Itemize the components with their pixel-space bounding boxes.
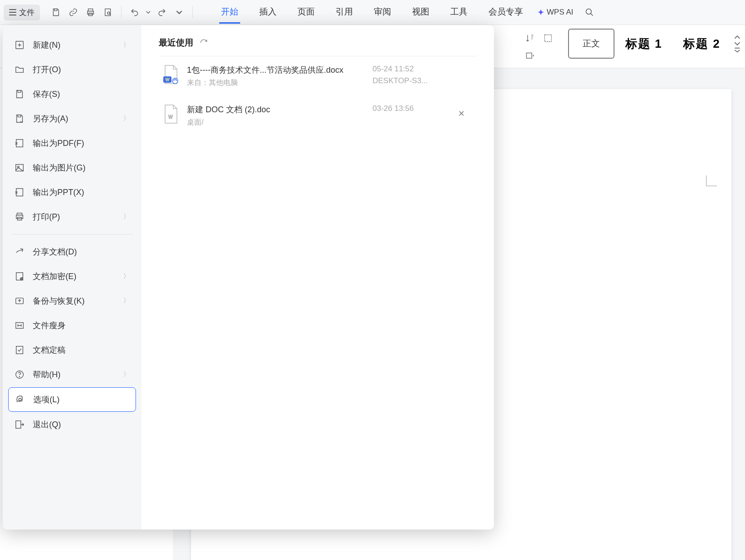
file-menu-item-label: 新建(N) [33, 40, 60, 50]
style-heading-2[interactable]: 标题 2 [673, 31, 730, 56]
svg-rect-6 [545, 35, 552, 42]
close-icon[interactable]: ✕ [458, 109, 465, 119]
svg-rect-21 [16, 346, 23, 354]
save-icon[interactable] [48, 5, 64, 20]
file-menu-item-final[interactable]: 文档定稿 [8, 338, 136, 362]
file-menu-sidebar: 新建(N)〉打开(O)保存(S)另存为(A)〉输出为PDF(F)输出为图片(G)… [3, 25, 141, 530]
tab-view[interactable]: 视图 [410, 1, 431, 24]
styles-scroll[interactable] [734, 35, 740, 53]
file-menu-content: 最近使用 W1包----商务技术文件...节活动奖品供应.docx来自：其他电脑… [141, 25, 494, 530]
file-menu-item-label: 退出(Q) [33, 419, 61, 430]
file-menu-item-label: 另存为(A) [33, 113, 68, 124]
tab-insert[interactable]: 插入 [257, 1, 278, 24]
style-heading-1[interactable]: 标题 1 [615, 31, 673, 56]
tab-page[interactable]: 页面 [296, 1, 317, 24]
chevron-right-icon: 〉 [123, 213, 130, 221]
wps-ai-label: WPS AI [547, 8, 574, 17]
exit-icon [15, 420, 25, 430]
gear-icon [15, 395, 25, 405]
file-menu-item-slim[interactable]: 文件瘦身 [8, 314, 136, 337]
file-menu-item-lock[interactable]: 文档加密(E)〉 [8, 265, 136, 288]
file-menu-item-plus[interactable]: 新建(N)〉 [8, 33, 136, 57]
undo-dropdown-icon[interactable] [144, 5, 152, 20]
final-icon [15, 345, 25, 355]
file-menu-panel: 新建(N)〉打开(O)保存(S)另存为(A)〉输出为PDF(F)输出为图片(G)… [3, 25, 494, 530]
tab-review[interactable]: 审阅 [372, 1, 393, 24]
svg-point-5 [586, 9, 591, 15]
save-icon [15, 89, 25, 99]
svg-text:W: W [166, 77, 170, 82]
recent-header: 最近使用 [159, 37, 477, 56]
svg-point-28 [172, 78, 178, 84]
lock-icon [15, 271, 25, 281]
chevron-right-icon: 〉 [123, 370, 130, 379]
svg-rect-12 [16, 189, 23, 196]
recent-file-source: 桌面/ [187, 118, 270, 127]
file-menu-button[interactable]: 文件 [4, 5, 40, 20]
refresh-icon[interactable] [200, 39, 208, 47]
print-preview-icon[interactable] [100, 5, 116, 20]
file-menu-item-label: 保存(S) [33, 89, 60, 100]
file-menu-item-print[interactable]: 打印(P)〉 [8, 205, 136, 229]
document-icon: W [162, 65, 179, 85]
folder-icon [15, 65, 25, 75]
svg-rect-7 [527, 53, 532, 59]
tab-start[interactable]: 开始 [219, 1, 240, 24]
help-icon [15, 370, 25, 380]
chevron-right-icon: 〉 [123, 115, 130, 123]
file-menu-item-label: 打开(O) [33, 64, 61, 75]
file-menu-item-label: 文档加密(E) [33, 271, 76, 282]
file-menu-item-share[interactable]: 分享文档(D) [8, 240, 136, 264]
svg-point-24 [19, 398, 21, 401]
border-dropdown-icon[interactable] [524, 50, 536, 62]
file-menu-item-label: 备份与恢复(K) [33, 295, 85, 306]
redo-icon[interactable] [154, 5, 170, 20]
svg-text:W: W [168, 115, 173, 120]
select-icon[interactable] [542, 32, 554, 44]
tab-member[interactable]: 会员专享 [487, 1, 525, 24]
chevron-right-icon: 〉 [123, 297, 130, 305]
file-menu-item-label: 帮助(H) [33, 369, 60, 380]
file-menu-item-folder[interactable]: 打开(O) [8, 58, 136, 81]
tab-tools[interactable]: 工具 [448, 1, 469, 24]
ribbon-tabs: 开始 插入 页面 引用 审阅 视图 工具 会员专享 [219, 1, 525, 24]
separator [192, 6, 193, 18]
file-menu-item-saveas[interactable]: 另存为(A)〉 [8, 107, 136, 130]
recent-file-time: 05-24 11:52 [372, 65, 414, 74]
chevron-right-icon: 〉 [123, 272, 130, 280]
file-menu-item-label: 输出为PDF(F) [33, 138, 84, 149]
style-body[interactable]: 正文 [568, 29, 614, 59]
file-menu-item-pdf[interactable]: 输出为PDF(F) [8, 131, 136, 155]
print-icon [15, 212, 25, 222]
page-margin-marker [706, 175, 717, 186]
file-menu-item-save[interactable]: 保存(S) [8, 82, 136, 106]
svg-rect-25 [16, 421, 21, 429]
divider [11, 234, 133, 235]
wps-ai-button[interactable]: ✦ WPS AI [538, 8, 574, 17]
hamburger-icon [9, 9, 16, 15]
recent-file-device: DESKTOP-S3... [372, 76, 428, 85]
file-menu-item-help[interactable]: 帮助(H)〉 [8, 363, 136, 386]
file-menu-item-image[interactable]: 输出为图片(G) [8, 156, 136, 180]
file-menu-item-ppt[interactable]: 输出为PPT(X) [8, 180, 136, 204]
file-menu-item-exit[interactable]: 退出(Q) [8, 413, 136, 436]
image-icon [15, 163, 25, 173]
sort-icon[interactable] [524, 32, 536, 44]
file-menu-item-backup[interactable]: 备份与恢复(K)〉 [8, 289, 136, 313]
customize-dropdown-icon[interactable] [171, 5, 187, 20]
pdf-icon [15, 138, 25, 148]
separator [121, 6, 121, 18]
svg-point-23 [19, 376, 20, 377]
search-icon[interactable] [582, 5, 597, 20]
recent-file-item[interactable]: W新建 DOC 文档 (2).doc桌面/03-26 13:56✕ [159, 96, 477, 135]
backup-icon [15, 296, 25, 306]
print-icon[interactable] [83, 5, 98, 20]
saveas-icon [15, 114, 25, 124]
file-menu-item-gear[interactable]: 选项(L) [8, 387, 136, 412]
link-icon[interactable] [65, 5, 81, 20]
recent-file-name: 1包----商务技术文件...节活动奖品供应.docx [187, 65, 343, 75]
recent-file-time: 03-26 13:56 [372, 104, 414, 113]
undo-icon[interactable] [127, 5, 142, 20]
recent-file-item[interactable]: W1包----商务技术文件...节活动奖品供应.docx来自：其他电脑05-24… [159, 56, 477, 96]
tab-ref[interactable]: 引用 [334, 1, 355, 24]
